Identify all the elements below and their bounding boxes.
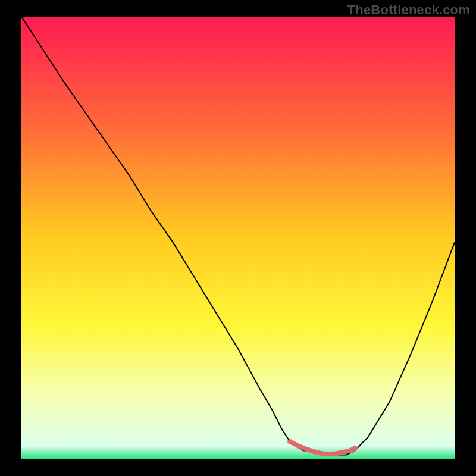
chart-frame: TheBottleneck.com	[0, 0, 476, 476]
watermark-text: TheBottleneck.com	[347, 2, 470, 18]
sweet-spot-dot	[296, 444, 301, 449]
sweet-spot-dot	[340, 450, 345, 455]
sweet-spot-dot	[322, 452, 327, 456]
sweet-spot-dot	[348, 448, 353, 453]
plot-area	[21, 17, 455, 459]
sweet-spot-dot	[305, 447, 310, 452]
sweet-spot-dot	[353, 446, 358, 450]
sweet-spot-dot	[331, 452, 336, 456]
bottleneck-curve-chart	[21, 17, 455, 459]
sweet-spot-dot	[314, 450, 318, 455]
sweet-spot-dot	[287, 439, 292, 444]
gradient-background	[21, 17, 455, 459]
